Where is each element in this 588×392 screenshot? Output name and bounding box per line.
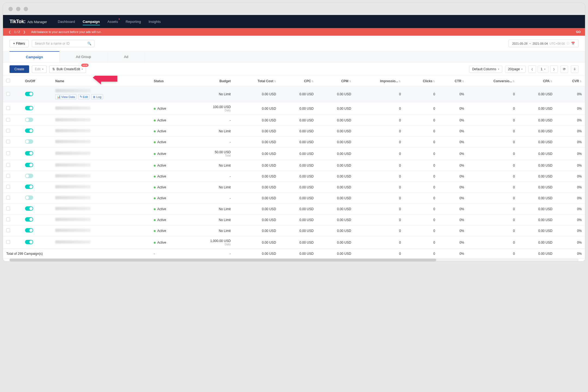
row-checkbox[interactable] — [6, 185, 10, 189]
row-action-view[interactable]: 📊View Data — [55, 94, 76, 99]
clicks-cell: 0 — [404, 204, 438, 215]
on-off-toggle[interactable] — [25, 174, 33, 178]
campaign-name-redacted[interactable] — [55, 152, 91, 155]
on-off-toggle[interactable] — [25, 228, 33, 232]
nav-item-insights[interactable]: Insights — [149, 16, 161, 27]
on-off-toggle[interactable] — [25, 106, 33, 110]
row-checkbox[interactable] — [6, 207, 10, 210]
nav-item-dashboard[interactable]: Dashboard — [58, 16, 75, 27]
campaign-name-redacted[interactable] — [55, 89, 91, 92]
on-off-toggle[interactable] — [25, 118, 33, 122]
tab-ad-group[interactable]: Ad Group — [60, 51, 108, 62]
nav-item-campaign[interactable]: Campaign — [83, 16, 100, 27]
page-number-select[interactable]: 1 ▾ — [538, 66, 549, 73]
date-range-picker[interactable]: 2021-05-28 ~ 2021-06-04 UTC+08:00 ⓘ 📅 — [509, 39, 578, 47]
cost-cell: 0.00 USD — [234, 225, 279, 236]
col-header[interactable]: Total Cost⇅ — [234, 76, 279, 86]
col-header[interactable]: Clicks⇅ — [404, 76, 438, 86]
chevron-right-icon[interactable]: ❯ — [22, 30, 27, 34]
col-header[interactable]: Impressio...⇅ — [355, 76, 404, 86]
row-checkbox[interactable] — [6, 228, 10, 232]
budget-cell: No Limit — [185, 86, 234, 102]
row-checkbox[interactable] — [6, 163, 10, 167]
edit-button[interactable]: Edit ▾ — [32, 65, 47, 73]
bulk-create-edit-button[interactable]: ⇅ Bulk Create/Edit ▾ NEW — [49, 65, 86, 73]
campaign-name-redacted[interactable] — [55, 207, 91, 210]
col-header[interactable]: CPA⇅ — [518, 76, 556, 86]
campaign-name-redacted[interactable] — [55, 106, 91, 110]
row-checkbox[interactable] — [6, 218, 10, 221]
row-checkbox[interactable] — [6, 151, 10, 155]
row-action-log[interactable]: 🗎Log — [91, 94, 103, 99]
campaign-name-redacted[interactable] — [55, 196, 91, 199]
tab-ad[interactable]: Ad — [108, 51, 145, 62]
on-off-toggle[interactable] — [25, 240, 33, 244]
tab-campaign[interactable]: Campaign — [10, 51, 60, 62]
col-header[interactable]: Budget — [185, 76, 234, 86]
cost-cell: 0.00 USD — [234, 137, 279, 148]
cpa-cell: 0.00 USD — [518, 182, 556, 193]
row-checkbox[interactable] — [6, 118, 10, 122]
conv-cell: 0 — [467, 171, 518, 182]
table-row: Active100.00 USDDaily0.00 USD0.00 USD0.0… — [3, 102, 585, 115]
cpa-cell: 0.00 USD — [518, 148, 556, 160]
cvr-cell: 0% — [556, 182, 585, 193]
campaign-name-redacted[interactable] — [55, 174, 91, 177]
row-checkbox[interactable] — [6, 196, 10, 200]
nav-item-assets[interactable]: Assets — [107, 16, 118, 27]
on-off-toggle[interactable] — [25, 217, 33, 222]
next-page-button[interactable]: ❯ — [550, 65, 558, 73]
on-off-toggle[interactable] — [25, 139, 33, 144]
budget-cell: - — [185, 115, 234, 126]
cpa-cell: 0.00 USD — [518, 193, 556, 204]
col-header[interactable]: CVR⇅ — [556, 76, 585, 86]
row-checkbox[interactable] — [6, 92, 10, 96]
campaign-name-redacted[interactable] — [55, 218, 91, 221]
col-header[interactable]: CPM⇅ — [317, 76, 355, 86]
col-header[interactable]: CTR⇅ — [438, 76, 467, 86]
on-off-toggle[interactable] — [25, 151, 33, 155]
row-checkbox[interactable] — [6, 240, 10, 244]
horizontal-scrollbar[interactable] — [10, 259, 578, 261]
alert-go-link[interactable]: GO — [576, 30, 581, 33]
campaign-name-redacted[interactable] — [55, 240, 91, 244]
nav-item-reporting[interactable]: Reporting — [126, 16, 141, 27]
impr-cell: 0 — [355, 182, 404, 193]
footer-cpa: 0.00 USD — [518, 249, 556, 259]
search-box[interactable]: 🔍 — [32, 40, 94, 47]
chevron-left-icon[interactable]: ❮ — [7, 30, 12, 34]
on-off-toggle[interactable] — [25, 185, 33, 189]
prev-page-button[interactable]: ❮ — [528, 65, 536, 73]
row-checkbox[interactable] — [6, 140, 10, 143]
columns-select[interactable]: Default Columns ▾ — [469, 66, 502, 73]
row-checkbox[interactable] — [6, 174, 10, 178]
clicks-cell: 0 — [404, 225, 438, 236]
on-off-toggle[interactable] — [25, 163, 33, 167]
col-header[interactable]: Conversio...⇅ — [467, 76, 518, 86]
export-button[interactable]: ⇩ — [571, 65, 578, 73]
on-off-toggle[interactable] — [25, 92, 33, 96]
conv-cell: 0 — [467, 160, 518, 171]
create-button[interactable]: Create — [10, 65, 29, 73]
col-header[interactable]: CPC⇅ — [279, 76, 317, 86]
select-all-checkbox[interactable] — [6, 79, 10, 82]
cpa-cell: 0.00 USD — [518, 215, 556, 225]
campaign-name-redacted[interactable] — [55, 163, 91, 167]
filters-button[interactable]: + Filters — [10, 40, 29, 47]
search-input[interactable] — [35, 42, 87, 45]
on-off-toggle[interactable] — [25, 206, 33, 211]
row-action-edit[interactable]: ✎Edit — [78, 94, 90, 99]
campaign-name-redacted[interactable] — [55, 229, 91, 232]
campaign-name-redacted[interactable] — [55, 140, 91, 143]
on-off-toggle[interactable] — [25, 195, 33, 200]
row-checkbox[interactable] — [6, 106, 10, 110]
campaign-name-redacted[interactable] — [55, 118, 91, 121]
ctr-cell: 0% — [438, 193, 467, 204]
row-checkbox[interactable] — [6, 129, 10, 133]
page-size-select[interactable]: 20/page ▾ — [505, 66, 526, 73]
campaign-name-redacted[interactable] — [55, 185, 91, 188]
campaign-name-redacted[interactable] — [55, 129, 91, 132]
refresh-button[interactable]: ⟳ — [561, 65, 568, 73]
date-from: 2021-05-28 — [512, 42, 527, 45]
on-off-toggle[interactable] — [25, 128, 33, 133]
